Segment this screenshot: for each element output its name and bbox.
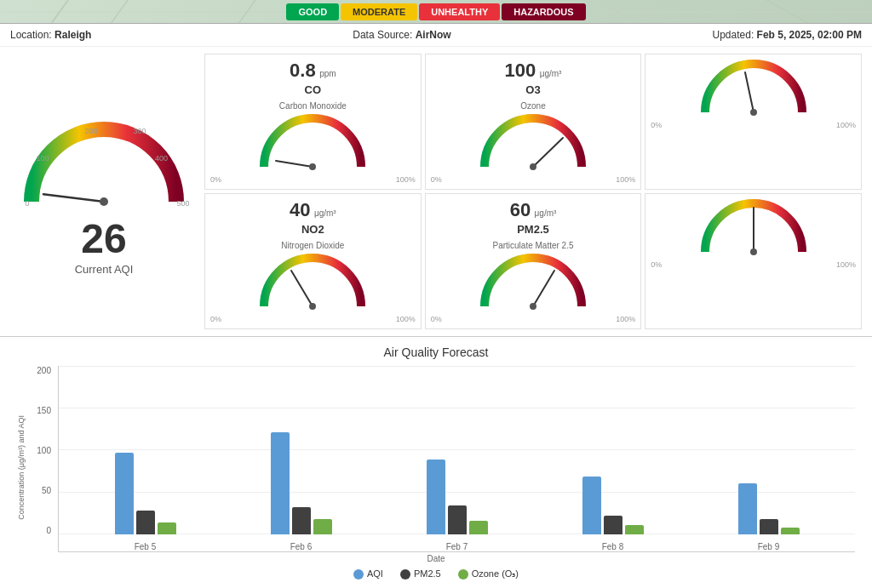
x-axis-date-label: Feb 9: [758, 542, 780, 551]
legend-item: AQI: [353, 568, 383, 579]
legend-dot: [353, 569, 364, 579]
bar-group-bars: [427, 460, 488, 534]
gauges-container: 0 100 200 300 400 500 26 Current AQI: [0, 47, 872, 336]
bar-pm25: [448, 505, 467, 534]
bar-ozone: [625, 525, 644, 534]
updated-value: Feb 5, 2025, 02:00 PM: [757, 29, 862, 41]
svg-text:100: 100: [36, 154, 49, 163]
svg-text:200: 200: [84, 127, 97, 135]
co-unit: ppm: [319, 69, 336, 78]
svg-point-23: [530, 303, 536, 310]
extra-top-pct-bar: 0%100%: [651, 121, 856, 129]
pm25-name: PM2.5: [517, 223, 549, 236]
bar-aqi: [115, 453, 134, 534]
co-gauge-svg-wrap: [210, 114, 416, 174]
o3-name: O3: [525, 83, 540, 96]
aqi-value: 26: [81, 219, 126, 260]
bar-group-bars: [738, 483, 800, 534]
legend-unhealthy[interactable]: UNHEALTHY: [419, 3, 500, 20]
bar-ozone: [313, 519, 332, 534]
updated-info: Updated: Feb 5, 2025, 02:00 PM: [713, 29, 862, 41]
bar-aqi: [271, 432, 290, 534]
o3-gauge-svg-wrap: [431, 114, 636, 174]
air-quality-legend: GOOD MODERATE UNHEALTHY HAZARDOUS: [286, 3, 585, 20]
y-tick-0: 0: [46, 526, 51, 535]
location-value: Raleigh: [54, 29, 91, 41]
no2-unit: μg/m³: [314, 208, 336, 218]
o3-unit: μg/m³: [540, 69, 562, 78]
legend-hazardous[interactable]: HAZARDOUS: [502, 3, 585, 20]
svg-text:400: 400: [155, 154, 168, 163]
bar-group-bars: [115, 453, 176, 534]
bar-group: [271, 432, 332, 534]
bar-group: [738, 483, 800, 534]
x-axis-date-label: Feb 8: [602, 542, 624, 551]
y-tick-100: 100: [37, 446, 51, 455]
y-tick-150: 150: [37, 406, 51, 415]
no2-value: 40: [290, 199, 310, 220]
bar-pm25: [292, 507, 311, 534]
extra-bottom-gauge-svg-wrap: [651, 199, 856, 259]
extra-top-gauge-svg: [698, 60, 809, 119]
bar-ozone: [781, 528, 800, 534]
svg-text:500: 500: [176, 199, 189, 208]
extra-bottom-gauge-svg: [698, 199, 809, 259]
x-axis-date-label: Feb 6: [290, 542, 313, 551]
co-name: CO: [305, 83, 322, 96]
chart-and-yaxis: Concentration (μg/m³) and AQI 200 150 10…: [17, 366, 855, 552]
top-panel: Location: Raleigh Data Source: AirNow Up…: [0, 24, 872, 337]
no2-gauge-svg-wrap: [210, 254, 416, 313]
chart-title: Air Quality Forecast: [17, 345, 855, 359]
chart-inner: Feb 5Feb 6Feb 7Feb 8Feb 9: [58, 366, 855, 552]
pm25-gauge-svg: [478, 254, 588, 313]
svg-point-25: [750, 248, 757, 255]
bar-group-bars: [271, 432, 332, 534]
extra-bottom-pct-bar: 0%100%: [651, 260, 856, 269]
o3-full-name: Ozone: [520, 101, 545, 111]
y-tick-50: 50: [42, 486, 51, 495]
no2-info: 40 μg/m³ NO2 Nitrogen Dioxide: [281, 199, 344, 252]
bars-area: [59, 366, 855, 534]
svg-line-18: [745, 72, 754, 112]
chart-area: Concentration (μg/m³) and AQI 200 150 10…: [17, 366, 855, 579]
bar-group: [427, 460, 488, 534]
legend-item: Ozone (O₃): [458, 568, 519, 579]
svg-point-15: [309, 163, 316, 170]
dashboard: Location: Raleigh Data Source: AirNow Up…: [0, 24, 872, 588]
pm25-unit: μg/m³: [535, 208, 557, 218]
bar-group: [582, 477, 644, 534]
legend-moderate[interactable]: MODERATE: [341, 3, 417, 20]
legend-good[interactable]: GOOD: [286, 3, 339, 20]
svg-line-20: [291, 271, 313, 306]
bar-aqi: [738, 483, 757, 534]
o3-gauge-svg: [478, 114, 588, 174]
svg-text:300: 300: [133, 127, 146, 135]
bar-pm25: [136, 511, 155, 534]
y-tick-200: 200: [37, 366, 51, 375]
svg-point-19: [750, 109, 757, 116]
extra-bottom-gauge-cell: 0%100%: [645, 193, 862, 329]
pm25-value: 60: [510, 199, 531, 220]
co-gauge-svg: [257, 114, 368, 174]
y-axis: 200 150 100 50 0: [29, 366, 54, 552]
bar-ozone: [158, 522, 176, 534]
legend-dot: [400, 569, 410, 579]
pm25-gauge-svg-wrap: [431, 254, 636, 313]
o3-value: 100: [505, 60, 536, 81]
extra-top-gauge-cell: 0%100%: [645, 54, 862, 190]
map-header: GOOD MODERATE UNHEALTHY HAZARDOUS: [0, 0, 872, 24]
bar-group-bars: [582, 477, 644, 534]
svg-line-16: [533, 138, 563, 167]
x-axis-labels: Feb 5Feb 6Feb 7Feb 8Feb 9: [59, 542, 855, 551]
pm25-info: 60 μg/m³ PM2.5 Particulate Matter 2.5: [492, 199, 573, 252]
o3-gauge-cell: 100 μg/m³ O3 Ozone: [425, 54, 642, 190]
source-value: AirNow: [416, 29, 451, 41]
chart-legend: AQIPM2.5Ozone (O₃): [17, 568, 855, 579]
x-axis-title: Date: [17, 554, 855, 563]
x-axis-date-label: Feb 7: [446, 542, 468, 551]
bar-aqi: [582, 477, 601, 534]
location-info: Location: Raleigh: [10, 29, 91, 41]
no2-pct-bar: 0%100%: [210, 315, 416, 323]
pm25-pct-bar: 0%100%: [431, 315, 636, 323]
o3-pct-bar: 0%100%: [431, 175, 636, 184]
